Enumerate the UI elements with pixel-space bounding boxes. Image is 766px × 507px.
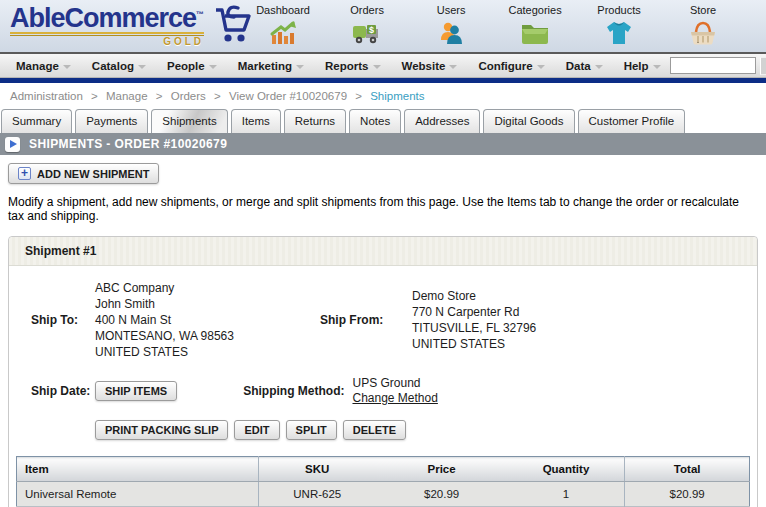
menu-reports[interactable]: Reports bbox=[313, 54, 389, 77]
section-header-bar: SHIPMENTS - ORDER #10020679 bbox=[0, 133, 766, 155]
tab-shipments[interactable]: Shipments bbox=[151, 109, 227, 133]
menu-manage[interactable]: Manage bbox=[4, 54, 80, 77]
col-quantity: Quantity bbox=[508, 457, 625, 482]
chevron-down-icon bbox=[595, 65, 603, 69]
col-price: Price bbox=[376, 457, 508, 482]
users-icon bbox=[436, 18, 466, 48]
menu-marketing[interactable]: Marketing bbox=[226, 54, 313, 77]
nav-users[interactable]: Users bbox=[422, 4, 480, 48]
ship-from-label: Ship From: bbox=[320, 313, 412, 327]
menu-catalog[interactable]: Catalog bbox=[80, 54, 155, 77]
page-description: Modify a shipment, add new shipments, or… bbox=[0, 186, 766, 231]
ship-to-address: ABC Company John Smith 400 N Main St MON… bbox=[95, 280, 260, 360]
chevron-down-icon bbox=[449, 65, 457, 69]
split-button[interactable]: SPLIT bbox=[286, 420, 337, 440]
crumb-manage[interactable]: Manage bbox=[106, 90, 148, 102]
change-method-link[interactable]: Change Method bbox=[352, 391, 437, 406]
shipping-method-value: UPS Ground bbox=[352, 376, 437, 391]
shipping-method-label: Shipping Method: bbox=[243, 384, 344, 398]
ablecommerce-logo[interactable]: AbleCommerce™ GOLD bbox=[10, 2, 254, 50]
menu-people[interactable]: People bbox=[155, 54, 226, 77]
products-icon bbox=[604, 18, 634, 48]
shipment-panel: Shipment #1 Ship To: ABC Company John Sm… bbox=[8, 236, 758, 507]
crumb-orders[interactable]: Orders bbox=[171, 90, 206, 102]
ship-date-label: Ship Date: bbox=[31, 384, 95, 398]
chevron-down-icon bbox=[209, 65, 217, 69]
chevron-down-icon bbox=[63, 65, 71, 69]
crumb-administration[interactable]: Administration bbox=[10, 90, 83, 102]
tab-payments[interactable]: Payments bbox=[75, 109, 148, 133]
main-menubar: Manage Catalog People Marketing Reports … bbox=[0, 54, 766, 78]
shipment-panel-title: Shipment #1 bbox=[9, 237, 757, 266]
tab-customer-profile[interactable]: Customer Profile bbox=[578, 109, 686, 133]
menu-website[interactable]: Website bbox=[390, 54, 467, 77]
nav-dashboard[interactable]: Dashboard bbox=[254, 4, 312, 48]
top-header: AbleCommerce™ GOLD Dashboard bbox=[0, 0, 766, 54]
shopping-cart-logo-icon bbox=[208, 4, 254, 50]
nav-categories[interactable]: Categories bbox=[506, 4, 564, 48]
col-item: Item bbox=[17, 457, 259, 482]
address-section: Ship To: ABC Company John Smith 400 N Ma… bbox=[9, 266, 757, 370]
chevron-down-icon bbox=[296, 65, 304, 69]
menu-help[interactable]: Help bbox=[612, 54, 670, 77]
edit-button[interactable]: EDIT bbox=[234, 420, 279, 440]
tab-notes[interactable]: Notes bbox=[349, 109, 401, 133]
add-new-shipment-button[interactable]: + ADD NEW SHIPMENT bbox=[8, 163, 159, 184]
nav-store[interactable]: Store bbox=[674, 4, 732, 48]
page-title: SHIPMENTS - ORDER #10020679 bbox=[29, 137, 227, 151]
ship-from-address: Demo Store 770 N Carpenter Rd TITUSVILLE… bbox=[412, 288, 536, 352]
nav-products[interactable]: Products bbox=[590, 4, 648, 48]
tab-items[interactable]: Items bbox=[231, 109, 281, 133]
ship-items-button[interactable]: SHIP ITEMS bbox=[95, 381, 177, 401]
header-icon-nav: Dashboard Orders $ bbox=[254, 4, 766, 48]
col-sku: SKU bbox=[258, 457, 375, 482]
brand-edition: GOLD bbox=[163, 36, 204, 47]
ship-date-row: Ship Date: SHIP ITEMS Shipping Method: U… bbox=[9, 370, 757, 410]
shipment-items-table: Item SKU Price Quantity Total Universal … bbox=[16, 456, 750, 507]
ship-to-label: Ship To: bbox=[31, 313, 95, 327]
categories-icon bbox=[520, 18, 550, 48]
crumb-view-order[interactable]: View Order #10020679 bbox=[229, 90, 347, 102]
menu-configure[interactable]: Configure bbox=[466, 54, 553, 77]
print-packing-slip-button[interactable]: PRINT PACKING SLIP bbox=[95, 420, 228, 440]
svg-text:$: $ bbox=[369, 25, 374, 35]
breadcrumb: Administration > Manage > Orders > View … bbox=[0, 83, 766, 108]
tab-addresses[interactable]: Addresses bbox=[404, 109, 480, 133]
nav-orders[interactable]: Orders $ bbox=[338, 4, 396, 48]
table-header-row: Item SKU Price Quantity Total bbox=[17, 457, 750, 482]
dashboard-icon bbox=[268, 18, 298, 48]
orders-icon: $ bbox=[352, 18, 382, 48]
order-tabs: Summary Payments Shipments Items Returns… bbox=[0, 108, 766, 133]
tab-returns[interactable]: Returns bbox=[284, 109, 346, 133]
tab-digital-goods[interactable]: Digital Goods bbox=[483, 109, 574, 133]
chevron-down-icon bbox=[537, 65, 545, 69]
shipment-actions: PRINT PACKING SLIP EDIT SPLIT DELETE bbox=[9, 410, 757, 444]
search-input[interactable] bbox=[670, 57, 756, 74]
chevron-down-icon bbox=[653, 65, 661, 69]
crumb-shipments[interactable]: Shipments bbox=[370, 90, 424, 102]
chevron-down-icon bbox=[373, 65, 381, 69]
store-icon bbox=[688, 18, 718, 48]
nav-logout[interactable]: Logout bbox=[758, 4, 766, 48]
chevron-down-icon bbox=[138, 65, 146, 69]
menu-data[interactable]: Data bbox=[554, 54, 612, 77]
delete-button[interactable]: DELETE bbox=[343, 420, 406, 440]
plus-icon: + bbox=[18, 167, 31, 180]
play-icon bbox=[5, 137, 20, 152]
brand-name: AbleCommerce™ bbox=[10, 2, 204, 31]
col-total: Total bbox=[625, 457, 750, 482]
table-row: Universal Remote UNR-625 $20.99 1 $20.99 bbox=[17, 482, 750, 507]
search-button[interactable]: SEARCH bbox=[760, 57, 766, 75]
tab-summary[interactable]: Summary bbox=[1, 109, 72, 133]
